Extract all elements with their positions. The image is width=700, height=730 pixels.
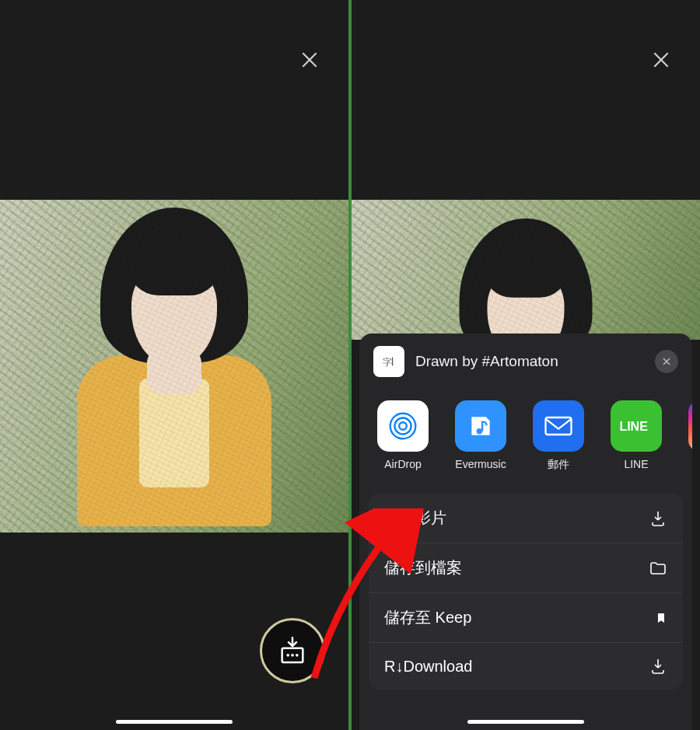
action-label: 儲存影片: [384, 508, 446, 529]
share-app-line[interactable]: LINE LINE: [607, 400, 666, 472]
close-icon: [651, 50, 671, 70]
app-label: Evermusic: [455, 458, 506, 470]
share-actions-list: 儲存影片 儲存到檔案 儲存至 Keep R↓Download: [369, 494, 683, 690]
action-label: 儲存至 Keep: [384, 607, 471, 628]
share-apps-row: AirDrop Evermusic: [359, 388, 692, 481]
close-icon: [661, 356, 672, 367]
action-save-video[interactable]: 儲存影片: [369, 494, 683, 543]
home-indicator: [467, 720, 584, 724]
download-icon: [277, 635, 308, 666]
svg-rect-17: [546, 417, 572, 435]
svg-point-13: [394, 417, 411, 434]
share-app-mail[interactable]: 郵件: [529, 400, 588, 472]
app-label: AirDrop: [384, 458, 421, 470]
download-icon: [649, 509, 667, 528]
svg-point-12: [399, 422, 407, 430]
share-header: 字 Drawn by #Artomaton: [359, 334, 692, 388]
document-icon: 字: [373, 346, 404, 377]
artwork-preview: [0, 200, 348, 533]
close-button[interactable]: [292, 43, 327, 77]
svg-point-5: [296, 654, 299, 657]
evermusic-icon: [455, 400, 506, 452]
preview-screen-left: [0, 0, 348, 730]
svg-text:字: 字: [383, 357, 392, 368]
airdrop-icon: [377, 400, 429, 452]
line-icon: LINE: [611, 400, 662, 452]
share-close-button[interactable]: [655, 350, 678, 373]
svg-point-3: [286, 654, 289, 657]
action-rdownload[interactable]: R↓Download: [369, 643, 683, 690]
close-button[interactable]: [644, 43, 678, 77]
preview-screen-right: 字 Drawn by #Artomaton AirDrop: [352, 0, 700, 730]
share-app-instagram[interactable]: Ins: [684, 400, 692, 472]
app-label: 郵件: [548, 458, 569, 472]
svg-rect-16: [481, 422, 484, 431]
action-label: 儲存到檔案: [384, 557, 462, 578]
instagram-icon: [688, 400, 692, 452]
share-sheet: 字 Drawn by #Artomaton AirDrop: [359, 334, 692, 730]
action-save-to-keep[interactable]: 儲存至 Keep: [369, 593, 683, 643]
svg-point-4: [291, 654, 294, 657]
svg-text:LINE: LINE: [619, 420, 648, 433]
bookmark-icon: [655, 609, 667, 627]
folder-icon: [649, 559, 667, 578]
close-icon: [299, 50, 320, 70]
share-app-airdrop[interactable]: AirDrop: [373, 400, 432, 472]
artwork-preview: [352, 200, 700, 340]
share-app-evermusic[interactable]: Evermusic: [451, 400, 510, 472]
action-label: R↓Download: [384, 658, 472, 676]
mail-icon: [533, 400, 584, 452]
download-button[interactable]: [260, 618, 325, 683]
home-indicator: [116, 720, 233, 724]
action-save-to-files[interactable]: 儲存到檔案: [369, 543, 683, 593]
share-title: Drawn by #Artomaton: [415, 353, 655, 370]
download-icon: [649, 657, 667, 676]
app-label: LINE: [624, 458, 648, 470]
